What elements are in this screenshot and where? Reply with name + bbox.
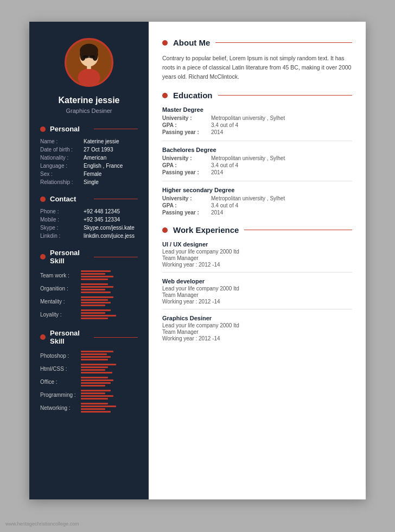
personal-line [94,129,138,129]
contact-fields: Phone :+92 448 12345 Mobile :+92 345 123… [40,208,138,239]
work-divider [162,309,352,309]
list-item: Team Manager [162,329,352,335]
list-item: Lead your life company 2000 ltd [162,322,352,328]
svg-point-3 [80,49,86,61]
job-2-title: Web developer [162,278,352,284]
list-item: Organition : [40,283,138,293]
skill2-title: Personal Skill [50,329,94,345]
main-content: About Me Contrary to popular belief, Lor… [149,22,366,499]
experience-line [244,230,352,230]
experience-dot [162,227,168,233]
profile-title: Graphics Desiner [40,107,138,114]
watermark: www.heritagechristiancollege.com [5,521,79,527]
skill1-line [94,257,138,257]
skill1-fields: Team work : Organition : [40,270,138,319]
svg-point-4 [92,49,98,61]
about-text: Contrary to popular belief, Lorem Ipsum … [162,54,352,81]
avatar [65,38,113,87]
skill1-section-header: Personal Skill [40,249,138,265]
list-item: Working year : 2012 -14 [162,299,352,305]
svg-rect-9 [87,65,91,69]
list-item: Passing year :2014 [162,129,352,135]
list-item: Passing year :2014 [162,210,352,216]
skill2-section-header: Personal Skill [40,329,138,345]
list-item: GPA :3.4 out of 4 [162,162,352,168]
skill1-dot [40,254,46,259]
list-item: Html/CSS : [40,364,138,373]
about-line [215,42,352,43]
skill1-title: Personal Skill [50,249,94,265]
education-line [218,95,352,96]
list-item: Skype :Skype.com/jessi.kate [40,225,138,231]
list-item: Lead your life company 2000 ltd [162,286,352,292]
personal-fields: Name :Katerine jessie Date of birth :27 … [40,138,138,185]
experience-section-header: Work Experience [162,225,352,235]
list-item: Linkdin :linkdin.com/juice.jess [40,233,138,239]
personal-section-header: Personal [40,125,138,133]
about-dot [162,40,168,46]
about-title: About Me [173,38,210,47]
page-wrapper: Katerine jessie Graphics Desiner Persona… [0,0,395,532]
list-item: Nationality :American [40,155,138,161]
edu-divider [162,141,352,141]
svg-point-8 [78,68,100,87]
degree-3-title: Higher secondary Degree [162,187,352,193]
edu-divider [162,181,352,181]
list-item: Name :Katerine jessie [40,138,138,144]
list-item: Loyality : [40,309,138,319]
education-section-header: Education [162,91,352,100]
skill2-line [94,337,138,338]
experience-title: Work Experience [173,225,239,235]
personal-dot [40,126,46,132]
skill2-fields: Photoshop : Html/CSS : [40,351,138,413]
job-3-title: Graphics Desiner [162,315,352,321]
avatar-container [40,38,138,87]
list-item: GPA :3.4 out of 4 [162,202,352,208]
personal-title: Personal [50,125,94,133]
list-item: Team work : [40,270,138,280]
skill2-dot [40,334,46,340]
list-item: Office : [40,377,138,387]
list-item: Team Manager [162,292,352,298]
list-item: Programming : [40,390,138,400]
degree-2-title: Bachelores Degree [162,147,352,153]
svg-rect-5 [83,55,88,59]
list-item: University :Metropolitan university , Sy… [162,115,352,121]
list-item: Working year : 2012 -14 [162,262,352,268]
list-item: Language :English , France [40,163,138,169]
sidebar: Katerine jessie Graphics Desiner Persona… [29,22,149,499]
list-item: Team Manager [162,255,352,261]
list-item: Passing year :2014 [162,169,352,175]
profile-name: Katerine jessie [40,96,138,105]
work-divider [162,272,352,273]
contact-line [94,199,138,199]
job-1-title: UI / UX designer [162,241,352,248]
about-section-header: About Me [162,38,352,47]
list-item: GPA :3.4 out of 4 [162,122,352,128]
education-title: Education [173,91,213,100]
list-item: Photoshop : [40,351,138,360]
degree-1-title: Master Degree [162,106,352,113]
list-item: Relationship :Single [40,179,138,185]
list-item: University :Metropolitan university , Sy… [162,155,352,161]
resume: Katerine jessie Graphics Desiner Persona… [29,22,366,499]
list-item: Sex :Female [40,171,138,177]
list-item: Date of birth :27 Oct 1993 [40,147,138,153]
list-item: Networking : [40,403,138,413]
list-item: Mentality : [40,296,138,306]
contact-dot [40,197,46,202]
list-item: Mobile :+92 345 12334 [40,217,138,223]
list-item: University :Metropolitan university , Sy… [162,195,352,201]
list-item: Working year : 2012 -14 [162,335,352,341]
svg-rect-6 [90,55,95,59]
contact-section-header: Contact [40,195,138,203]
education-dot [162,93,168,98]
list-item: Phone :+92 448 12345 [40,208,138,214]
list-item: Lead your life company 2000 ltd [162,249,352,255]
contact-title: Contact [50,195,94,203]
